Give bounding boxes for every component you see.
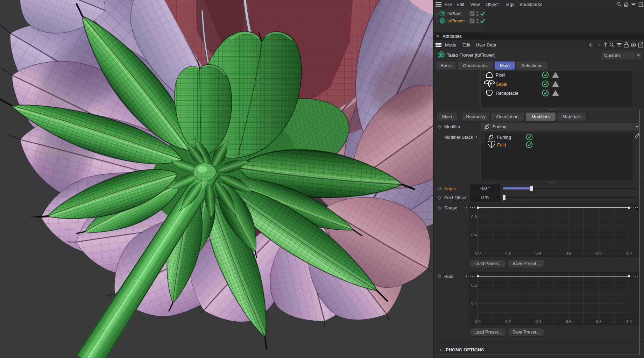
- svg-text:0.2: 0.2: [505, 320, 511, 324]
- svg-text:Pistil: Pistil: [496, 72, 505, 78]
- svg-text:0.0: 0.0: [475, 320, 481, 324]
- svg-text:Furling: Furling: [497, 135, 511, 140]
- svg-text:0.8: 0.8: [471, 215, 477, 219]
- svg-text:0.8: 0.8: [596, 251, 602, 255]
- svg-text:1.0: 1.0: [626, 320, 632, 324]
- svg-text:0.4: 0.4: [471, 233, 477, 237]
- svg-text:0.8: 0.8: [596, 320, 602, 324]
- svg-text:0.8: 0.8: [471, 283, 477, 287]
- svg-text:1.0: 1.0: [626, 251, 632, 255]
- svg-text:0.6: 0.6: [566, 320, 571, 324]
- svg-text:Receptacle: Receptacle: [496, 91, 518, 96]
- svg-text:Fold: Fold: [497, 142, 506, 148]
- svg-text:Sepal: Sepal: [496, 81, 507, 87]
- svg-text:0.4: 0.4: [536, 320, 542, 324]
- svg-text:0.0: 0.0: [475, 251, 481, 255]
- svg-text:0.2: 0.2: [505, 251, 511, 255]
- svg-text:0.4: 0.4: [536, 251, 542, 255]
- svg-text:0.4: 0.4: [471, 301, 477, 306]
- svg-text:0.6: 0.6: [566, 251, 571, 255]
